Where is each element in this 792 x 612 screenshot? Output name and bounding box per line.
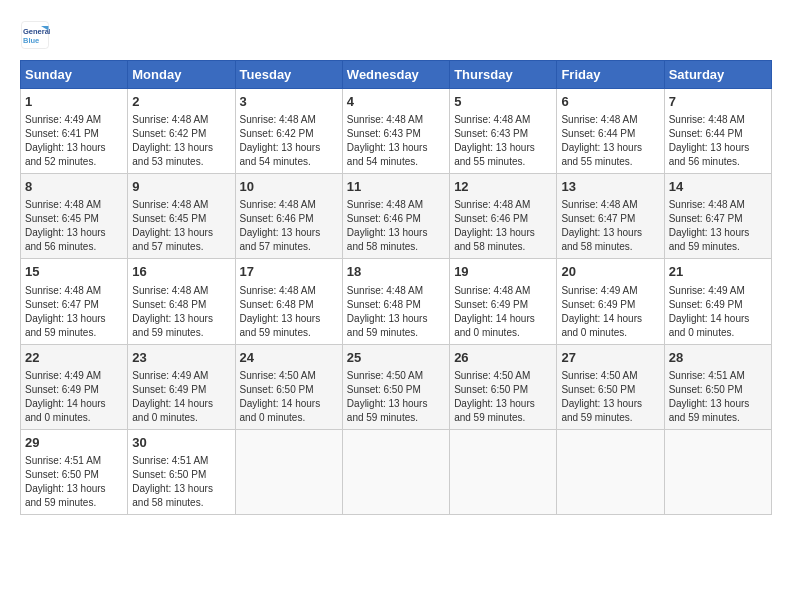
day-info: Sunrise: 4:48 AM Sunset: 6:46 PM Dayligh… (454, 198, 552, 254)
col-header-monday: Monday (128, 61, 235, 89)
day-number: 29 (25, 434, 123, 452)
calendar-cell (342, 429, 449, 514)
calendar-cell: 14Sunrise: 4:48 AM Sunset: 6:47 PM Dayli… (664, 174, 771, 259)
day-info: Sunrise: 4:48 AM Sunset: 6:45 PM Dayligh… (132, 198, 230, 254)
day-info: Sunrise: 4:48 AM Sunset: 6:43 PM Dayligh… (454, 113, 552, 169)
day-info: Sunrise: 4:50 AM Sunset: 6:50 PM Dayligh… (454, 369, 552, 425)
day-number: 7 (669, 93, 767, 111)
day-info: Sunrise: 4:48 AM Sunset: 6:47 PM Dayligh… (561, 198, 659, 254)
day-number: 5 (454, 93, 552, 111)
day-number: 21 (669, 263, 767, 281)
calendar-week-row: 8Sunrise: 4:48 AM Sunset: 6:45 PM Daylig… (21, 174, 772, 259)
col-header-tuesday: Tuesday (235, 61, 342, 89)
day-info: Sunrise: 4:48 AM Sunset: 6:46 PM Dayligh… (240, 198, 338, 254)
day-info: Sunrise: 4:48 AM Sunset: 6:46 PM Dayligh… (347, 198, 445, 254)
calendar-cell: 11Sunrise: 4:48 AM Sunset: 6:46 PM Dayli… (342, 174, 449, 259)
day-info: Sunrise: 4:48 AM Sunset: 6:48 PM Dayligh… (240, 284, 338, 340)
calendar-cell (557, 429, 664, 514)
day-info: Sunrise: 4:49 AM Sunset: 6:49 PM Dayligh… (561, 284, 659, 340)
day-number: 22 (25, 349, 123, 367)
calendar-cell: 17Sunrise: 4:48 AM Sunset: 6:48 PM Dayli… (235, 259, 342, 344)
day-number: 2 (132, 93, 230, 111)
day-info: Sunrise: 4:48 AM Sunset: 6:42 PM Dayligh… (240, 113, 338, 169)
day-info: Sunrise: 4:49 AM Sunset: 6:41 PM Dayligh… (25, 113, 123, 169)
calendar-cell: 26Sunrise: 4:50 AM Sunset: 6:50 PM Dayli… (450, 344, 557, 429)
calendar-cell: 23Sunrise: 4:49 AM Sunset: 6:49 PM Dayli… (128, 344, 235, 429)
calendar-cell (235, 429, 342, 514)
day-info: Sunrise: 4:48 AM Sunset: 6:44 PM Dayligh… (669, 113, 767, 169)
day-info: Sunrise: 4:51 AM Sunset: 6:50 PM Dayligh… (25, 454, 123, 510)
calendar-table: SundayMondayTuesdayWednesdayThursdayFrid… (20, 60, 772, 515)
day-info: Sunrise: 4:48 AM Sunset: 6:48 PM Dayligh… (132, 284, 230, 340)
day-info: Sunrise: 4:48 AM Sunset: 6:47 PM Dayligh… (25, 284, 123, 340)
day-info: Sunrise: 4:50 AM Sunset: 6:50 PM Dayligh… (561, 369, 659, 425)
calendar-week-row: 29Sunrise: 4:51 AM Sunset: 6:50 PM Dayli… (21, 429, 772, 514)
day-info: Sunrise: 4:49 AM Sunset: 6:49 PM Dayligh… (25, 369, 123, 425)
day-number: 15 (25, 263, 123, 281)
day-number: 27 (561, 349, 659, 367)
day-number: 23 (132, 349, 230, 367)
calendar-cell: 13Sunrise: 4:48 AM Sunset: 6:47 PM Dayli… (557, 174, 664, 259)
day-info: Sunrise: 4:51 AM Sunset: 6:50 PM Dayligh… (669, 369, 767, 425)
logo-icon: General Blue (20, 20, 50, 50)
day-number: 1 (25, 93, 123, 111)
calendar-cell: 12Sunrise: 4:48 AM Sunset: 6:46 PM Dayli… (450, 174, 557, 259)
col-header-friday: Friday (557, 61, 664, 89)
day-number: 28 (669, 349, 767, 367)
calendar-cell: 16Sunrise: 4:48 AM Sunset: 6:48 PM Dayli… (128, 259, 235, 344)
day-number: 30 (132, 434, 230, 452)
day-number: 24 (240, 349, 338, 367)
calendar-header-row: SundayMondayTuesdayWednesdayThursdayFrid… (21, 61, 772, 89)
day-number: 11 (347, 178, 445, 196)
calendar-cell: 1Sunrise: 4:49 AM Sunset: 6:41 PM Daylig… (21, 89, 128, 174)
calendar-cell: 24Sunrise: 4:50 AM Sunset: 6:50 PM Dayli… (235, 344, 342, 429)
day-number: 19 (454, 263, 552, 281)
day-info: Sunrise: 4:48 AM Sunset: 6:43 PM Dayligh… (347, 113, 445, 169)
day-number: 25 (347, 349, 445, 367)
logo: General Blue (20, 20, 50, 50)
day-info: Sunrise: 4:50 AM Sunset: 6:50 PM Dayligh… (240, 369, 338, 425)
day-info: Sunrise: 4:48 AM Sunset: 6:48 PM Dayligh… (347, 284, 445, 340)
day-number: 26 (454, 349, 552, 367)
calendar-cell (450, 429, 557, 514)
day-number: 10 (240, 178, 338, 196)
calendar-cell (664, 429, 771, 514)
day-number: 14 (669, 178, 767, 196)
calendar-cell: 19Sunrise: 4:48 AM Sunset: 6:49 PM Dayli… (450, 259, 557, 344)
day-info: Sunrise: 4:48 AM Sunset: 6:49 PM Dayligh… (454, 284, 552, 340)
day-number: 9 (132, 178, 230, 196)
calendar-week-row: 1Sunrise: 4:49 AM Sunset: 6:41 PM Daylig… (21, 89, 772, 174)
calendar-cell: 8Sunrise: 4:48 AM Sunset: 6:45 PM Daylig… (21, 174, 128, 259)
day-number: 20 (561, 263, 659, 281)
day-info: Sunrise: 4:48 AM Sunset: 6:44 PM Dayligh… (561, 113, 659, 169)
calendar-cell: 9Sunrise: 4:48 AM Sunset: 6:45 PM Daylig… (128, 174, 235, 259)
col-header-wednesday: Wednesday (342, 61, 449, 89)
calendar-cell: 30Sunrise: 4:51 AM Sunset: 6:50 PM Dayli… (128, 429, 235, 514)
col-header-sunday: Sunday (21, 61, 128, 89)
day-number: 4 (347, 93, 445, 111)
calendar-cell: 2Sunrise: 4:48 AM Sunset: 6:42 PM Daylig… (128, 89, 235, 174)
day-number: 12 (454, 178, 552, 196)
svg-text:Blue: Blue (23, 36, 39, 45)
calendar-cell: 28Sunrise: 4:51 AM Sunset: 6:50 PM Dayli… (664, 344, 771, 429)
day-info: Sunrise: 4:48 AM Sunset: 6:42 PM Dayligh… (132, 113, 230, 169)
calendar-week-row: 15Sunrise: 4:48 AM Sunset: 6:47 PM Dayli… (21, 259, 772, 344)
calendar-cell: 4Sunrise: 4:48 AM Sunset: 6:43 PM Daylig… (342, 89, 449, 174)
calendar-cell: 25Sunrise: 4:50 AM Sunset: 6:50 PM Dayli… (342, 344, 449, 429)
day-info: Sunrise: 4:48 AM Sunset: 6:47 PM Dayligh… (669, 198, 767, 254)
calendar-cell: 21Sunrise: 4:49 AM Sunset: 6:49 PM Dayli… (664, 259, 771, 344)
col-header-thursday: Thursday (450, 61, 557, 89)
calendar-cell: 20Sunrise: 4:49 AM Sunset: 6:49 PM Dayli… (557, 259, 664, 344)
calendar-cell: 10Sunrise: 4:48 AM Sunset: 6:46 PM Dayli… (235, 174, 342, 259)
day-info: Sunrise: 4:50 AM Sunset: 6:50 PM Dayligh… (347, 369, 445, 425)
day-info: Sunrise: 4:49 AM Sunset: 6:49 PM Dayligh… (669, 284, 767, 340)
calendar-cell: 7Sunrise: 4:48 AM Sunset: 6:44 PM Daylig… (664, 89, 771, 174)
col-header-saturday: Saturday (664, 61, 771, 89)
day-number: 8 (25, 178, 123, 196)
day-number: 18 (347, 263, 445, 281)
calendar-body: 1Sunrise: 4:49 AM Sunset: 6:41 PM Daylig… (21, 89, 772, 515)
day-number: 3 (240, 93, 338, 111)
calendar-cell: 15Sunrise: 4:48 AM Sunset: 6:47 PM Dayli… (21, 259, 128, 344)
day-number: 16 (132, 263, 230, 281)
calendar-cell: 18Sunrise: 4:48 AM Sunset: 6:48 PM Dayli… (342, 259, 449, 344)
